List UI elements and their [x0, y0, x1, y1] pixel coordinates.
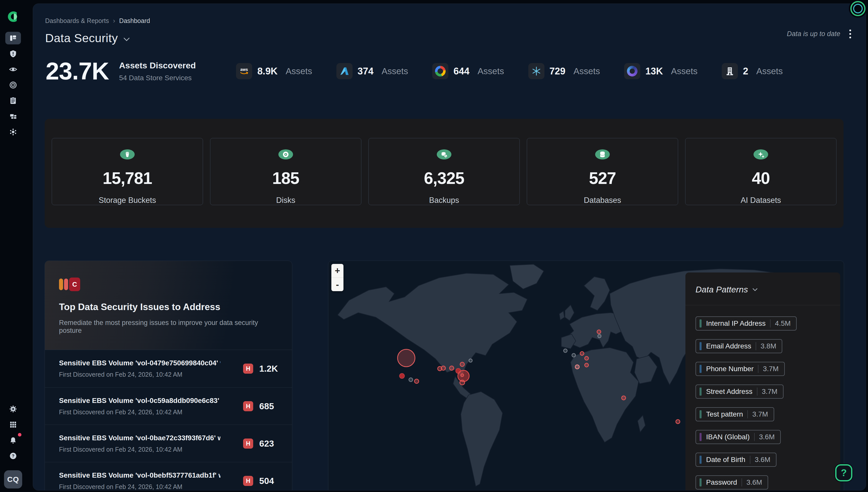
provider-unit: Assets [671, 66, 697, 76]
provider-breakdown: aws 8.9KAssets 374Assets 644Assets [236, 63, 783, 79]
pattern-color-bar [699, 433, 701, 441]
map-bubble[interactable] [621, 396, 626, 400]
sidebar-item-integrations[interactable] [5, 126, 21, 138]
map-bubble[interactable] [468, 359, 473, 363]
breadcrumb: Dashboards & Reports › Dashboard [45, 17, 150, 25]
database-icon [595, 149, 610, 159]
map-bubble[interactable] [580, 351, 584, 356]
map-bubble[interactable] [597, 329, 601, 334]
issue-row[interactable]: Sensitive EBS Volume 'vol-0479e750699840… [45, 350, 292, 387]
on-premises-icon [722, 63, 738, 79]
map-bubble[interactable] [460, 373, 464, 377]
map-bubble[interactable] [584, 363, 589, 367]
help-floating-button[interactable]: ? [835, 464, 852, 482]
sidebar-item-help[interactable]: ? [5, 450, 21, 462]
pattern-count: 3.6M [759, 433, 775, 441]
pattern-label: Password [706, 478, 737, 487]
map-bubble[interactable] [597, 334, 602, 338]
ai-dataset-icon [754, 149, 768, 159]
world-map-card: + - Data Patterns Internal IP Address [328, 261, 844, 491]
data-pattern-chip[interactable]: IBAN (Global) 3.6M [695, 430, 781, 444]
map-bubble[interactable] [459, 380, 465, 385]
stat-card-disks[interactable]: 185 Disks [210, 138, 361, 205]
data-freshness-status: Data is up to date [787, 30, 840, 38]
provider-on-premises: 2Assets [722, 63, 783, 79]
svg-text:aws: aws [240, 67, 248, 72]
chip-divider [758, 365, 758, 373]
eye-icon [9, 65, 18, 74]
provider-snowflake: 729Assets [528, 63, 600, 79]
provider-count: 374 [358, 66, 374, 77]
stat-card-storage-buckets[interactable]: 15,781 Storage Buckets [52, 138, 203, 205]
user-avatar[interactable]: CQ [4, 470, 22, 489]
sidebar-item-inventory[interactable] [5, 110, 21, 123]
data-pattern-chip[interactable]: Street Address 3.7M [695, 385, 784, 399]
sidebar-item-discovery[interactable] [5, 63, 21, 76]
sidebar-item-classification[interactable] [5, 79, 21, 91]
blocks-icon [9, 112, 18, 121]
issue-count: 504 [259, 476, 279, 486]
severity-badge-high: H [243, 476, 253, 486]
map-bubble[interactable] [409, 377, 413, 382]
sidebar-item-posture-issues[interactable] [5, 47, 21, 60]
data-pattern-chip[interactable]: Email Address 3.8M [695, 339, 782, 353]
pattern-label: Email Address [706, 342, 751, 350]
data-pattern-chip[interactable]: Date of Birth 3.6M [695, 453, 776, 467]
breadcrumb-dashboards-reports[interactable]: Dashboards & Reports [45, 17, 109, 24]
issue-discovered-date: First Discovered on Feb 24, 2026, 10:42 … [59, 409, 243, 416]
storage-bucket-icon [120, 149, 135, 159]
chip-divider [757, 388, 757, 396]
pattern-label: IBAN (Global) [706, 433, 750, 441]
pattern-color-bar [699, 365, 701, 373]
map-zoom-in-button[interactable]: + [331, 264, 343, 277]
sidebar-item-dashboards[interactable] [5, 32, 21, 44]
pattern-color-bar [699, 410, 701, 418]
map-bubble[interactable] [563, 349, 568, 353]
dashboard-title-dropdown[interactable]: Data Security [45, 31, 130, 45]
provider-aws: aws 8.9KAssets [236, 63, 312, 79]
provider-unit: Assets [286, 66, 312, 76]
map-zoom-out-button[interactable]: - [331, 277, 343, 291]
issue-row[interactable]: Sensitive EBS Volume 'vol-0c59a8ddb090e6… [45, 387, 292, 425]
issue-row[interactable]: Sensitive EBS Volume 'vol-0bae72c33f93f6… [45, 425, 292, 462]
recorder-status-icon[interactable] [850, 1, 866, 16]
stat-card-databases[interactable]: 527 Databases [527, 138, 678, 205]
sidebar-item-settings[interactable] [5, 403, 21, 415]
map-bubble[interactable] [575, 365, 580, 369]
data-pattern-chip[interactable]: Password 3.6M [695, 475, 768, 490]
map-bubble[interactable] [414, 379, 419, 384]
stat-card-ai-datasets[interactable]: 40 AI Datasets [685, 138, 837, 205]
map-bubble[interactable] [584, 356, 589, 361]
severity-badge-high: H [243, 364, 253, 374]
apps-grid-icon [9, 420, 18, 429]
data-patterns-dropdown[interactable]: Data Patterns [685, 272, 840, 305]
map-bubble[interactable] [675, 419, 680, 424]
issue-discovered-date: First Discovered on Feb 24, 2026, 10:42 … [59, 483, 243, 491]
map-bubble[interactable] [441, 366, 446, 371]
map-bubble[interactable] [397, 349, 415, 367]
issue-title: Sensitive EBS Volume 'vol-0bae72c33f93f6… [59, 434, 221, 442]
stat-card-backups[interactable]: 6,325 Backups [368, 138, 520, 205]
data-pattern-chip[interactable]: Phone Number 3.7M [695, 362, 785, 376]
sidebar-item-notifications[interactable] [5, 434, 21, 447]
kebab-menu-icon[interactable] [848, 28, 852, 40]
pattern-label: Test pattern [706, 410, 743, 418]
dashboard-icon [9, 34, 18, 42]
map-bubble[interactable] [449, 366, 454, 371]
severity-badge-high: H [243, 401, 253, 411]
app-logo[interactable] [6, 10, 20, 23]
sidebar-item-apps[interactable] [5, 418, 21, 431]
data-pattern-chip[interactable]: Test pattern 3.7M [695, 407, 774, 421]
asset-type-stats-panel: 15,781 Storage Buckets 185 Disks 6,325 B… [45, 119, 844, 228]
data-pattern-row: Password 3.6M [695, 475, 830, 490]
pattern-count: 3.7M [762, 388, 777, 396]
target-icon [9, 81, 18, 89]
breadcrumb-dashboard[interactable]: Dashboard [119, 17, 150, 24]
sidebar-item-reports[interactable] [5, 94, 21, 107]
issue-row[interactable]: Sensitive EBS Volume 'vol-0bebf5377761ad… [45, 462, 292, 491]
data-pattern-chip[interactable]: Internal IP Address 4.5M [695, 316, 797, 330]
map-bubble[interactable] [460, 362, 465, 367]
map-bubble[interactable] [571, 353, 576, 358]
map-bubble[interactable] [399, 373, 405, 379]
chevron-down-icon [752, 288, 758, 291]
